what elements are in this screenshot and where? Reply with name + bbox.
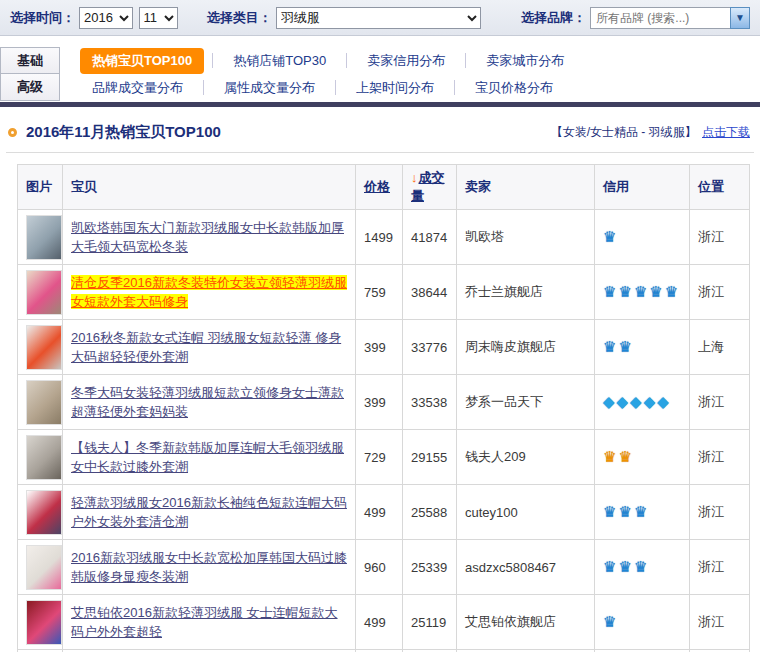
- gold-crown-icon: ♛: [618, 448, 633, 465]
- seller-credit-icons: ♛: [595, 595, 690, 650]
- tab-advanced-3[interactable]: 宝贝价格分布: [455, 79, 573, 97]
- item-volume: 33538: [403, 375, 457, 430]
- seller-name: 凯欧塔: [457, 210, 595, 265]
- item-volume: 25339: [403, 540, 457, 595]
- table-row: 【钱夫人】冬季新款韩版加厚连帽大毛领羽绒服女中长款过膝外套潮 729 29155…: [18, 430, 750, 485]
- tab-navigation: 基础 热销宝贝TOP100热销店铺TOP30卖家信用分布卖家城市分布 高级 品牌…: [0, 47, 760, 107]
- item-thumbnail[interactable]: [26, 435, 62, 480]
- month-select[interactable]: 11: [139, 7, 179, 29]
- seller-location: 浙江: [690, 375, 750, 430]
- page-title: 2016年11月热销宝贝TOP100: [26, 123, 221, 142]
- blue-crown-icon: ♛: [618, 283, 633, 300]
- table-row: 凯欧塔韩国东大门新款羽绒服女中长款韩版加厚大毛领大码宽松冬装 1499 4187…: [18, 210, 750, 265]
- seller-name: 周末嗨皮旗舰店: [457, 320, 595, 375]
- section-bullet-icon: [8, 128, 17, 137]
- item-thumbnail[interactable]: [26, 490, 62, 535]
- header-item: 宝贝: [63, 165, 356, 210]
- item-title-link[interactable]: 轻薄款羽绒服女2016新款长袖纯色短款连帽大码户外女装外套清仓潮: [71, 495, 347, 530]
- blue-crown-icon: ♛: [618, 503, 633, 520]
- basic-tab-row: 热销宝贝TOP100热销店铺TOP30卖家信用分布卖家城市分布: [60, 47, 760, 74]
- table-row: 清仓反季2016新款冬装特价女装立领轻薄羽绒服女短款外套大码修身 759 386…: [18, 265, 750, 320]
- tab-basic-1[interactable]: 热销店铺TOP30: [213, 52, 346, 70]
- header-location: 位置: [690, 165, 750, 210]
- blue-crown-icon: ♛: [649, 283, 664, 300]
- seller-name: asdzxc5808467: [457, 540, 595, 595]
- seller-credit-icons: ◆◆◆◆◆: [595, 375, 690, 430]
- tab-basic-3[interactable]: 卖家城市分布: [466, 52, 584, 70]
- seller-credit-icons: ♛♛♛: [595, 485, 690, 540]
- header-seller: 卖家: [457, 165, 595, 210]
- brand-search-input[interactable]: [590, 7, 730, 29]
- price-sort-link[interactable]: 价格: [364, 179, 390, 194]
- item-price: 399: [356, 375, 403, 430]
- blue-crown-icon: ♛: [665, 283, 680, 300]
- item-title-link[interactable]: 艾思铂依2016新款轻薄羽绒服 女士连帽短款大码户外外套超轻: [71, 605, 338, 640]
- item-price: 960: [356, 540, 403, 595]
- category-path: 【女装/女士精品 - 羽绒服】: [551, 125, 697, 139]
- blue-crown-icon: ♛: [603, 283, 618, 300]
- item-thumbnail[interactable]: [26, 325, 62, 370]
- item-title-link[interactable]: 清仓反季2016新款冬装特价女装立领轻薄羽绒服女短款外套大码修身: [71, 275, 347, 310]
- blue-crown-icon: ♛: [603, 558, 618, 575]
- item-volume: 25588: [403, 485, 457, 540]
- item-price: 729: [356, 430, 403, 485]
- tab-advanced-0[interactable]: 品牌成交量分布: [72, 79, 203, 97]
- section-divider: [6, 152, 754, 153]
- blue-crown-icon: ♛: [603, 503, 618, 520]
- tab-group-basic-label: 基础: [0, 47, 60, 74]
- seller-credit-icons: ♛♛♛: [595, 540, 690, 595]
- gold-crown-icon: ♛: [603, 448, 618, 465]
- item-volume: 25119: [403, 595, 457, 650]
- category-filter-label: 选择类目：: [207, 9, 272, 27]
- seller-name: 乔士兰旗舰店: [457, 265, 595, 320]
- category-select[interactable]: 羽绒服: [276, 7, 481, 29]
- tab-basic-2[interactable]: 卖家信用分布: [347, 52, 465, 70]
- blue-crown-icon: ♛: [634, 503, 649, 520]
- item-thumbnail[interactable]: [26, 270, 62, 315]
- item-volume: 33776: [403, 320, 457, 375]
- blue-crown-icon: ♛: [603, 613, 618, 630]
- table-header-row: 图片 宝贝 价格 ↓成交量 卖家 信用 位置: [18, 165, 750, 210]
- blue-crown-icon: ♛: [634, 283, 649, 300]
- year-select[interactable]: 2016: [79, 7, 133, 29]
- item-title-link[interactable]: 冬季大码女装轻薄羽绒服短款立领修身女士薄款超薄轻便外套妈妈装: [71, 385, 344, 420]
- blue-diamond-icon: ◆: [617, 393, 631, 410]
- item-price: 499: [356, 595, 403, 650]
- seller-credit-icons: ♛♛♛♛♛: [595, 265, 690, 320]
- item-thumbnail[interactable]: [26, 600, 62, 645]
- item-thumbnail[interactable]: [26, 380, 62, 425]
- section-header: 2016年11月热销宝贝TOP100 【女装/女士精品 - 羽绒服】 点击下载: [8, 123, 750, 142]
- header-image: 图片: [18, 165, 63, 210]
- tab-basic-0[interactable]: 热销宝贝TOP100: [80, 48, 204, 74]
- download-link[interactable]: 点击下载: [702, 125, 750, 139]
- blue-crown-icon: ♛: [603, 338, 618, 355]
- tab-advanced-1[interactable]: 属性成交量分布: [204, 79, 335, 97]
- item-thumbnail[interactable]: [26, 545, 62, 590]
- item-title-link[interactable]: 凯欧塔韩国东大门新款羽绒服女中长款韩版加厚大毛领大码宽松冬装: [71, 220, 344, 255]
- seller-location: 浙江: [690, 430, 750, 485]
- table-row: 艾思铂依2016新款轻薄羽绒服 女士连帽短款大码户外外套超轻 499 25119…: [18, 595, 750, 650]
- seller-location: 浙江: [690, 595, 750, 650]
- item-title-link[interactable]: 2016秋冬新款女式连帽 羽绒服女短款轻薄 修身大码超轻轻便外套潮: [71, 330, 341, 365]
- seller-location: 浙江: [690, 485, 750, 540]
- brand-dropdown-button[interactable]: ▼: [730, 7, 750, 29]
- brand-combobox: ▼: [590, 7, 750, 29]
- seller-credit-icons: ♛: [595, 210, 690, 265]
- tab-bottom-bar: [0, 102, 760, 107]
- table-row: 轻薄款羽绒服女2016新款长袖纯色短款连帽大码户外女装外套清仓潮 499 255…: [18, 485, 750, 540]
- item-title-link[interactable]: 2016新款羽绒服女中长款宽松加厚韩国大码过膝韩版修身显瘦冬装潮: [71, 550, 347, 585]
- item-title-link[interactable]: 【钱夫人】冬季新款韩版加厚连帽大毛领羽绒服女中长款过膝外套潮: [71, 440, 344, 475]
- item-price: 399: [356, 320, 403, 375]
- seller-credit-icons: ♛♛: [595, 320, 690, 375]
- item-price: 499: [356, 485, 403, 540]
- tab-advanced-2[interactable]: 上架时间分布: [336, 79, 454, 97]
- seller-location: 浙江: [690, 265, 750, 320]
- blue-diamond-icon: ◆: [603, 393, 617, 410]
- seller-name: 艾思铂依旗舰店: [457, 595, 595, 650]
- time-filter-label: 选择时间：: [10, 9, 75, 27]
- blue-diamond-icon: ◆: [644, 393, 658, 410]
- blue-diamond-icon: ◆: [630, 393, 644, 410]
- tab-group-advanced-label: 高级: [0, 74, 60, 101]
- item-thumbnail[interactable]: [26, 215, 62, 260]
- table-row: 冬季大码女装轻薄羽绒服短款立领修身女士薄款超薄轻便外套妈妈装 399 33538…: [18, 375, 750, 430]
